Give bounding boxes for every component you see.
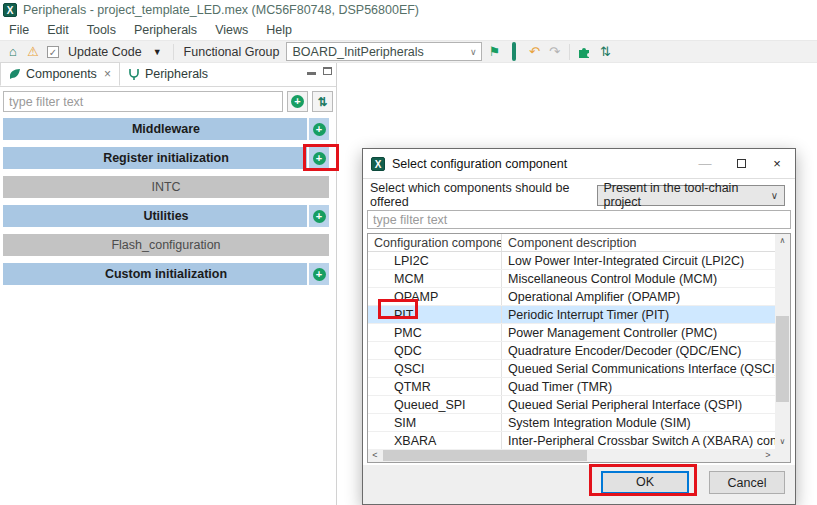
- table-row-queued-spi[interactable]: Queued_SPI Queued Serial Peripheral Inte…: [368, 396, 775, 414]
- update-code-label[interactable]: Update Code: [65, 45, 145, 59]
- plus-icon: +: [313, 152, 326, 165]
- table-row-sim[interactable]: SIM System Integration Module (SIM): [368, 414, 775, 432]
- cell-component: XBARA: [368, 432, 502, 449]
- scroll-left-icon[interactable]: <: [368, 449, 382, 462]
- flag-icon[interactable]: ⚑: [486, 44, 502, 60]
- offer-filter-select[interactable]: Present in the tool-chain project ∨: [597, 185, 785, 206]
- table-row-pit-selected[interactable]: PIT Periodic Interrupt Timer (PIT): [368, 306, 775, 324]
- functional-group-label: Functional Group: [181, 45, 283, 59]
- add-custom-init-button[interactable]: +: [307, 263, 329, 285]
- update-code-dropdown-icon[interactable]: ▼: [149, 47, 166, 57]
- tab-peripherals-label: Peripherals: [145, 67, 208, 81]
- menu-edit[interactable]: Edit: [38, 23, 78, 37]
- tab-peripherals[interactable]: Peripherals: [120, 62, 216, 86]
- sort-icon: ⇅: [317, 95, 327, 109]
- table-row-mcm[interactable]: MCM Miscellaneous Control Module (MCM): [368, 270, 775, 288]
- components-icon: [9, 68, 21, 80]
- scroll-right-icon[interactable]: >: [761, 449, 775, 462]
- component-table: Configuration component Component descri…: [367, 233, 791, 463]
- sort-updown-icon[interactable]: ⇅: [597, 44, 613, 60]
- dialog-minimize-icon: —: [687, 149, 723, 178]
- table-horizontal-scrollbar[interactable]: < >: [368, 449, 775, 462]
- menu-peripherals[interactable]: Peripherals: [125, 23, 206, 37]
- menu-help[interactable]: Help: [257, 23, 301, 37]
- offer-row: Select which components should be offere…: [370, 184, 785, 206]
- horizontal-scroll-thumb[interactable]: [383, 450, 587, 461]
- cell-description: Miscellaneous Control Module (MCM): [502, 270, 775, 287]
- toolbar-separator: [173, 44, 174, 60]
- cell-description: Low Power Inter-Integrated Circuit (LPI2…: [502, 252, 775, 269]
- add-middleware-button[interactable]: +: [307, 118, 329, 140]
- table-row-lpi2c[interactable]: LPI2C Low Power Inter-Integrated Circuit…: [368, 252, 775, 270]
- menu-bar: File Edit Tools Peripherals Views Help: [0, 20, 817, 40]
- add-register-init-button[interactable]: +: [307, 147, 329, 169]
- menu-views[interactable]: Views: [206, 23, 257, 37]
- home-icon[interactable]: ⌂: [5, 44, 21, 60]
- table-row-qdc[interactable]: QDC Quadrature Encoder/Decoder (QDC/ENC): [368, 342, 775, 360]
- section-label: Utilities: [143, 209, 188, 223]
- cell-component: QDC: [368, 342, 502, 359]
- components-filter-input[interactable]: [3, 91, 283, 112]
- table-vertical-scrollbar[interactable]: ∧ ∨: [775, 234, 790, 449]
- component-item-flash-configuration[interactable]: Flash_configuration: [3, 234, 329, 256]
- dialog-filter-input[interactable]: [367, 210, 791, 229]
- window-titlebar: X Peripherals - project_template_LED.mex…: [0, 0, 817, 20]
- component-sections: Middleware + Register initialization + I…: [3, 118, 329, 292]
- cell-description: Quadrature Encoder/Decoder (QDC/ENC): [502, 342, 775, 359]
- warning-icon[interactable]: ⚠: [25, 44, 41, 60]
- tab-components[interactable]: Components ×: [0, 62, 120, 86]
- menu-tools[interactable]: Tools: [78, 23, 125, 37]
- component-item-label: INTC: [151, 180, 180, 194]
- table-row-xbara[interactable]: XBARA Inter-Peripheral Crossbar Switch A…: [368, 432, 775, 449]
- section-label: Register initialization: [103, 151, 229, 165]
- dialog-maximize-icon[interactable]: [723, 149, 759, 178]
- ok-button[interactable]: OK: [601, 471, 689, 494]
- cell-component: PIT: [368, 306, 502, 323]
- cell-component: OPAMP: [368, 288, 502, 305]
- table-row-pmc[interactable]: PMC Power Management Controller (PMC): [368, 324, 775, 342]
- menu-file[interactable]: File: [0, 23, 38, 37]
- component-item-intc[interactable]: INTC: [3, 176, 329, 198]
- dialog-close-icon[interactable]: ×: [759, 149, 795, 178]
- combo-arrow-icon: ∨: [470, 47, 477, 57]
- cancel-button[interactable]: Cancel: [709, 471, 785, 494]
- table-row-qtmr[interactable]: QTMR Quad Timer (TMR): [368, 378, 775, 396]
- vertical-scroll-thumb[interactable]: [776, 316, 789, 402]
- scroll-down-icon[interactable]: ∨: [775, 435, 790, 449]
- cell-component: QTMR: [368, 378, 502, 395]
- section-middleware[interactable]: Middleware +: [3, 118, 329, 140]
- cell-component: PMC: [368, 324, 502, 341]
- combo-arrow-icon: ∨: [771, 190, 778, 201]
- table-header-row[interactable]: Configuration component Component descri…: [368, 234, 775, 252]
- section-register-initialization[interactable]: Register initialization +: [3, 147, 329, 169]
- column-configuration-component[interactable]: Configuration component: [368, 234, 502, 251]
- panel-maximize-icon[interactable]: [323, 67, 332, 75]
- section-custom-initialization[interactable]: Custom initialization +: [3, 263, 329, 285]
- tab-close-icon[interactable]: ×: [102, 67, 111, 81]
- scroll-up-icon[interactable]: ∧: [775, 234, 790, 248]
- add-utilities-button[interactable]: +: [307, 205, 329, 227]
- update-code-checkbox[interactable]: ✓: [47, 46, 59, 58]
- sort-components-button[interactable]: ⇅: [312, 91, 333, 112]
- panel-minimize-icon[interactable]: [307, 67, 316, 75]
- dialog-window-controls: — ×: [687, 149, 795, 178]
- column-component-description[interactable]: Component description: [502, 234, 775, 251]
- table-row-opamp[interactable]: OPAMP Operational Amplifier (OPAMP): [368, 288, 775, 306]
- cell-description: Power Management Controller (PMC): [502, 324, 775, 341]
- section-label: Custom initialization: [105, 267, 227, 281]
- table-row-qsci[interactable]: QSCI Queued Serial Communications Interf…: [368, 360, 775, 378]
- puzzle-icon[interactable]: [577, 45, 593, 59]
- cell-description: Queued Serial Peripheral Interface (QSPI…: [502, 396, 775, 413]
- cell-description: Inter-Peripheral Crossbar Switch A (XBAR…: [502, 432, 775, 449]
- peripherals-icon: [128, 68, 140, 80]
- cell-component: LPI2C: [368, 252, 502, 269]
- cell-component: QSCI: [368, 360, 502, 377]
- dialog-footer: OK Cancel: [363, 465, 795, 504]
- dialog-title: Select configuration component: [392, 157, 567, 171]
- ide-monitor-icon[interactable]: [506, 44, 522, 60]
- dialog-titlebar[interactable]: X Select configuration component — ×: [363, 149, 795, 179]
- functional-group-select[interactable]: BOARD_InitPeripherals ∨: [286, 42, 482, 61]
- undo-icon[interactable]: ↶: [526, 44, 542, 60]
- add-component-button[interactable]: +: [287, 91, 308, 112]
- section-utilities[interactable]: Utilities +: [3, 205, 329, 227]
